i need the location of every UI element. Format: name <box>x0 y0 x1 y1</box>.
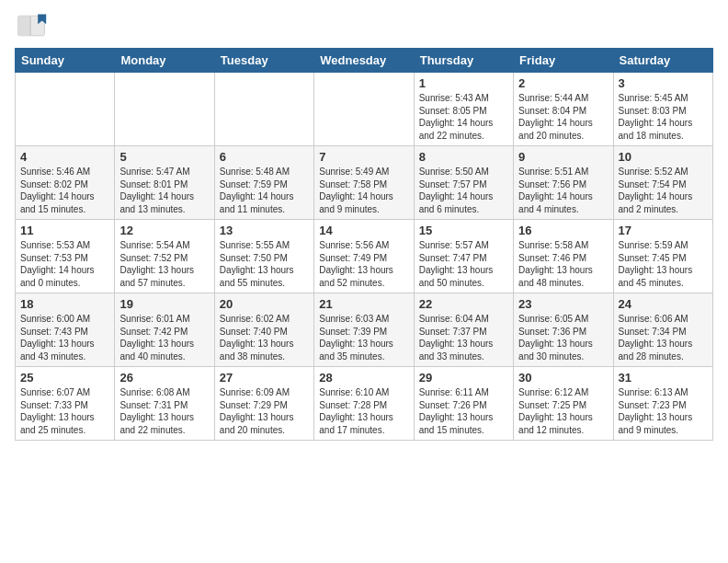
cell-info: Sunrise: 6:12 AM Sunset: 7:25 PM Dayligh… <box>518 386 608 436</box>
calendar-cell: 26Sunrise: 6:08 AM Sunset: 7:31 PM Dayli… <box>115 367 214 441</box>
cell-date: 15 <box>419 224 508 237</box>
cell-date: 6 <box>220 150 309 164</box>
svg-rect-2 <box>18 16 30 36</box>
cell-info: Sunrise: 5:44 AM Sunset: 8:04 PM Dayligh… <box>518 92 608 142</box>
cell-date: 25 <box>20 371 109 385</box>
cell-info: Sunrise: 5:53 AM Sunset: 7:53 PM Dayligh… <box>20 239 109 289</box>
cell-date: 11 <box>20 224 109 237</box>
cell-info: Sunrise: 6:04 AM Sunset: 7:37 PM Dayligh… <box>419 313 508 362</box>
calendar-cell: 2Sunrise: 5:44 AM Sunset: 8:04 PM Daylig… <box>514 73 613 146</box>
cell-date: 27 <box>220 371 309 385</box>
week-row-4: 25Sunrise: 6:07 AM Sunset: 7:33 PM Dayli… <box>16 367 713 441</box>
cell-info: Sunrise: 5:50 AM Sunset: 7:57 PM Dayligh… <box>419 166 508 215</box>
cell-date: 3 <box>619 76 708 90</box>
calendar-cell: 15Sunrise: 5:57 AM Sunset: 7:47 PM Dayli… <box>414 220 513 293</box>
cell-info: Sunrise: 6:05 AM Sunset: 7:36 PM Dayligh… <box>518 313 608 362</box>
cell-info: Sunrise: 5:47 AM Sunset: 8:01 PM Dayligh… <box>119 166 209 215</box>
cell-date: 28 <box>319 371 408 385</box>
cell-info: Sunrise: 6:02 AM Sunset: 7:40 PM Dayligh… <box>220 313 309 362</box>
cell-date: 22 <box>419 297 508 311</box>
logo <box>15 9 51 42</box>
header-row: SundayMondayTuesdayWednesdayThursdayFrid… <box>16 49 713 73</box>
calendar-cell: 30Sunrise: 6:12 AM Sunset: 7:25 PM Dayli… <box>514 367 613 441</box>
calendar-header: SundayMondayTuesdayWednesdayThursdayFrid… <box>16 49 713 73</box>
cell-info: Sunrise: 5:45 AM Sunset: 8:03 PM Dayligh… <box>619 92 708 142</box>
cell-date: 30 <box>518 371 608 385</box>
cell-info: Sunrise: 5:49 AM Sunset: 7:58 PM Dayligh… <box>319 166 408 215</box>
calendar-cell: 13Sunrise: 5:55 AM Sunset: 7:50 PM Dayli… <box>214 220 313 293</box>
cell-info: Sunrise: 5:55 AM Sunset: 7:50 PM Dayligh… <box>220 239 309 289</box>
calendar-cell: 6Sunrise: 5:48 AM Sunset: 7:59 PM Daylig… <box>214 146 313 220</box>
cell-date: 9 <box>518 150 608 164</box>
calendar-cell: 9Sunrise: 5:51 AM Sunset: 7:56 PM Daylig… <box>514 146 613 220</box>
cell-info: Sunrise: 5:46 AM Sunset: 8:02 PM Dayligh… <box>20 166 109 215</box>
cell-date: 18 <box>20 297 109 311</box>
calendar-cell: 11Sunrise: 5:53 AM Sunset: 7:53 PM Dayli… <box>16 220 115 293</box>
cell-date: 7 <box>319 150 408 164</box>
day-header-monday: Monday <box>115 49 214 73</box>
day-header-sunday: Sunday <box>16 49 115 73</box>
week-row-1: 4Sunrise: 5:46 AM Sunset: 8:02 PM Daylig… <box>16 146 713 220</box>
calendar-cell: 29Sunrise: 6:11 AM Sunset: 7:26 PM Dayli… <box>414 367 513 441</box>
day-header-saturday: Saturday <box>613 49 712 73</box>
logo-icon <box>15 9 48 42</box>
cell-date: 1 <box>419 76 508 90</box>
cell-date: 5 <box>119 150 209 164</box>
cell-date: 17 <box>619 224 708 237</box>
calendar-cell: 19Sunrise: 6:01 AM Sunset: 7:42 PM Dayli… <box>115 293 214 367</box>
cell-info: Sunrise: 5:43 AM Sunset: 8:05 PM Dayligh… <box>419 92 508 142</box>
calendar-cell: 20Sunrise: 6:02 AM Sunset: 7:40 PM Dayli… <box>214 293 313 367</box>
cell-info: Sunrise: 6:11 AM Sunset: 7:26 PM Dayligh… <box>419 386 508 436</box>
week-row-2: 11Sunrise: 5:53 AM Sunset: 7:53 PM Dayli… <box>16 220 713 293</box>
cell-date: 29 <box>419 371 508 385</box>
calendar-cell: 12Sunrise: 5:54 AM Sunset: 7:52 PM Dayli… <box>115 220 214 293</box>
cell-info: Sunrise: 5:56 AM Sunset: 7:49 PM Dayligh… <box>319 239 408 289</box>
week-row-0: 1Sunrise: 5:43 AM Sunset: 8:05 PM Daylig… <box>16 73 713 146</box>
calendar-cell: 25Sunrise: 6:07 AM Sunset: 7:33 PM Dayli… <box>16 367 115 441</box>
cell-date: 8 <box>419 150 508 164</box>
cell-date: 26 <box>119 371 209 385</box>
cell-info: Sunrise: 6:07 AM Sunset: 7:33 PM Dayligh… <box>20 386 109 436</box>
cell-date: 14 <box>319 224 408 237</box>
calendar-cell: 8Sunrise: 5:50 AM Sunset: 7:57 PM Daylig… <box>414 146 513 220</box>
day-header-friday: Friday <box>514 49 613 73</box>
calendar-cell: 5Sunrise: 5:47 AM Sunset: 8:01 PM Daylig… <box>115 146 214 220</box>
calendar-cell: 4Sunrise: 5:46 AM Sunset: 8:02 PM Daylig… <box>16 146 115 220</box>
cell-date: 12 <box>119 224 209 237</box>
cell-info: Sunrise: 6:08 AM Sunset: 7:31 PM Dayligh… <box>119 386 209 436</box>
cell-date: 19 <box>119 297 209 311</box>
cell-date: 4 <box>20 150 109 164</box>
calendar: SundayMondayTuesdayWednesdayThursdayFrid… <box>15 48 713 441</box>
cell-date: 10 <box>619 150 708 164</box>
calendar-cell: 14Sunrise: 5:56 AM Sunset: 7:49 PM Dayli… <box>314 220 414 293</box>
cell-info: Sunrise: 5:59 AM Sunset: 7:45 PM Dayligh… <box>619 239 708 289</box>
week-row-3: 18Sunrise: 6:00 AM Sunset: 7:43 PM Dayli… <box>16 293 713 367</box>
cell-info: Sunrise: 6:09 AM Sunset: 7:29 PM Dayligh… <box>220 386 309 436</box>
cell-date: 13 <box>220 224 309 237</box>
cell-date: 2 <box>518 76 608 90</box>
cell-date: 23 <box>518 297 608 311</box>
calendar-cell: 31Sunrise: 6:13 AM Sunset: 7:23 PM Dayli… <box>613 367 712 441</box>
calendar-cell <box>16 73 115 146</box>
calendar-cell: 18Sunrise: 6:00 AM Sunset: 7:43 PM Dayli… <box>16 293 115 367</box>
cell-info: Sunrise: 6:13 AM Sunset: 7:23 PM Dayligh… <box>619 386 708 436</box>
cell-date: 31 <box>619 371 708 385</box>
calendar-cell: 16Sunrise: 5:58 AM Sunset: 7:46 PM Dayli… <box>514 220 613 293</box>
calendar-cell <box>314 73 414 146</box>
calendar-cell: 3Sunrise: 5:45 AM Sunset: 8:03 PM Daylig… <box>613 73 712 146</box>
cell-info: Sunrise: 5:48 AM Sunset: 7:59 PM Dayligh… <box>220 166 309 215</box>
calendar-cell: 24Sunrise: 6:06 AM Sunset: 7:34 PM Dayli… <box>613 293 712 367</box>
cell-date: 24 <box>619 297 708 311</box>
cell-info: Sunrise: 5:52 AM Sunset: 7:54 PM Dayligh… <box>619 166 708 215</box>
calendar-cell: 28Sunrise: 6:10 AM Sunset: 7:28 PM Dayli… <box>314 367 414 441</box>
calendar-cell: 1Sunrise: 5:43 AM Sunset: 8:05 PM Daylig… <box>414 73 513 146</box>
calendar-cell: 23Sunrise: 6:05 AM Sunset: 7:36 PM Dayli… <box>514 293 613 367</box>
header <box>15 9 713 42</box>
cell-info: Sunrise: 6:06 AM Sunset: 7:34 PM Dayligh… <box>619 313 708 362</box>
cell-info: Sunrise: 5:51 AM Sunset: 7:56 PM Dayligh… <box>518 166 608 215</box>
calendar-cell: 17Sunrise: 5:59 AM Sunset: 7:45 PM Dayli… <box>613 220 712 293</box>
calendar-body: 1Sunrise: 5:43 AM Sunset: 8:05 PM Daylig… <box>16 73 713 441</box>
cell-info: Sunrise: 6:00 AM Sunset: 7:43 PM Dayligh… <box>20 313 109 362</box>
calendar-cell <box>115 73 214 146</box>
day-header-wednesday: Wednesday <box>314 49 414 73</box>
